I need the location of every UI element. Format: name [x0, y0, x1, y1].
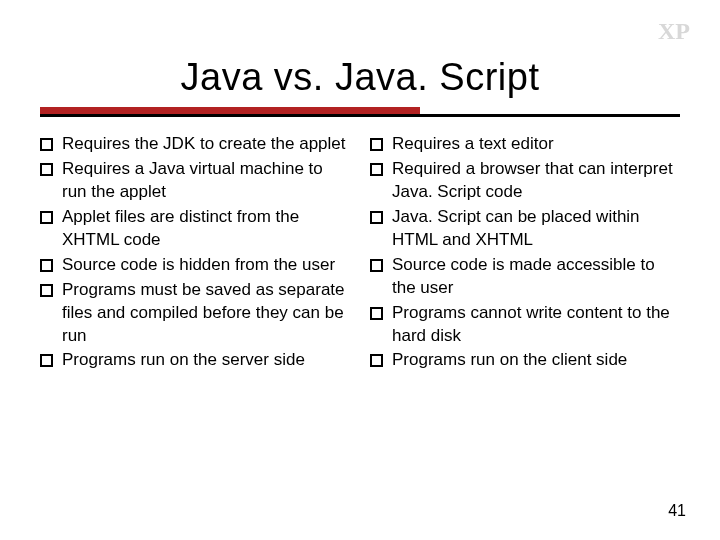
corner-label: XP [658, 18, 690, 45]
right-column: Requires a text editor Required a browse… [370, 133, 680, 374]
checkbox-icon [370, 307, 383, 320]
list-item: Applet files are distinct from the XHTML… [40, 206, 350, 252]
list-item: Programs cannot write content to the har… [370, 302, 680, 348]
list-item: Programs run on the client side [370, 349, 680, 372]
list-item-text: Programs run on the server side [62, 349, 350, 372]
list-item-text: Required a browser that can interpret Ja… [392, 158, 680, 204]
checkbox-icon [40, 354, 53, 367]
list-item: Programs must be saved as separate files… [40, 279, 350, 348]
list-item: Programs run on the server side [40, 349, 350, 372]
list-item: Required a browser that can interpret Ja… [370, 158, 680, 204]
checkbox-icon [370, 211, 383, 224]
checkbox-icon [370, 354, 383, 367]
checkbox-icon [40, 259, 53, 272]
page-number: 41 [668, 502, 686, 520]
list-item-text: Programs cannot write content to the har… [392, 302, 680, 348]
list-item-text: Requires a text editor [392, 133, 680, 156]
list-item: Source code is hidden from the user [40, 254, 350, 277]
list-item: Requires a Java virtual machine to run t… [40, 158, 350, 204]
left-column: Requires the JDK to create the applet Re… [40, 133, 350, 374]
checkbox-icon [40, 211, 53, 224]
content-columns: Requires the JDK to create the applet Re… [40, 133, 680, 374]
checkbox-icon [40, 284, 53, 297]
list-item: Java. Script can be placed within HTML a… [370, 206, 680, 252]
slide-title: Java vs. Java. Script [0, 56, 720, 99]
checkbox-icon [370, 259, 383, 272]
list-item-text: Requires the JDK to create the applet [62, 133, 350, 156]
list-item-text: Programs run on the client side [392, 349, 680, 372]
checkbox-icon [40, 163, 53, 176]
list-item: Requires the JDK to create the applet [40, 133, 350, 156]
list-item-text: Requires a Java virtual machine to run t… [62, 158, 350, 204]
list-item-text: Applet files are distinct from the XHTML… [62, 206, 350, 252]
list-item-text: Java. Script can be placed within HTML a… [392, 206, 680, 252]
list-item: Source code is made accessible to the us… [370, 254, 680, 300]
title-rule [40, 107, 680, 117]
checkbox-icon [40, 138, 53, 151]
list-item: Requires a text editor [370, 133, 680, 156]
list-item-text: Programs must be saved as separate files… [62, 279, 350, 348]
list-item-text: Source code is hidden from the user [62, 254, 350, 277]
checkbox-icon [370, 138, 383, 151]
checkbox-icon [370, 163, 383, 176]
list-item-text: Source code is made accessible to the us… [392, 254, 680, 300]
